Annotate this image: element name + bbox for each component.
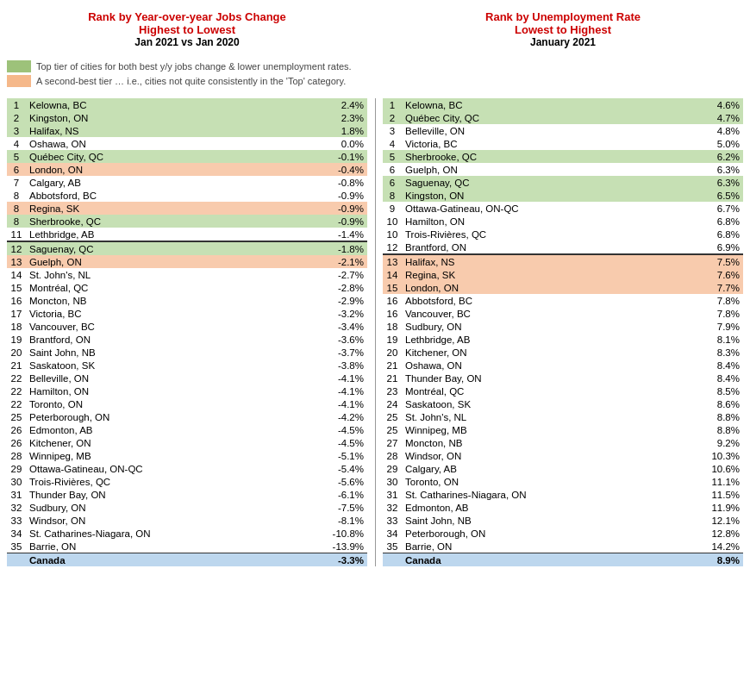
- tables-section: 1Kelowna, BC2.4%2Kingston, ON2.3%3Halifa…: [7, 98, 743, 566]
- value-cell: -3.6%: [322, 333, 367, 346]
- rank-cell: 20: [383, 346, 402, 359]
- city-cell: Winnipeg, MB: [26, 449, 322, 462]
- value-cell: 6.2%: [698, 150, 743, 163]
- rank-cell: 11: [7, 228, 26, 241]
- value-cell: 4.6%: [698, 98, 743, 111]
- rank-cell: 8: [7, 202, 26, 215]
- city-cell: Sudbury, ON: [402, 320, 698, 333]
- table-row: 33Windsor, ON-8.1%: [7, 514, 367, 527]
- table-row: 13Guelph, ON-2.1%: [7, 255, 367, 268]
- table-row: 30Trois-Rivières, QC-5.6%: [7, 475, 367, 488]
- value-cell: 0.0%: [322, 137, 367, 150]
- rank-cell: 21: [383, 359, 402, 372]
- value-cell: 7.8%: [698, 294, 743, 307]
- rank-cell: 2: [7, 111, 26, 124]
- table-row: 6Saguenay, QC6.3%: [383, 176, 743, 189]
- rank-cell: 22: [7, 372, 26, 384]
- rank-cell: 14: [7, 268, 26, 281]
- value-cell: -0.4%: [322, 163, 367, 176]
- value-cell: 2.4%: [322, 98, 367, 111]
- header-section: Rank by Year-over-year Jobs Change Highe…: [7, 7, 743, 52]
- rank-cell: 16: [7, 294, 26, 307]
- table-row: 29Calgary, AB10.6%: [383, 462, 743, 475]
- city-cell: Halifax, NS: [26, 124, 322, 137]
- table-row: 20Saint John, NB-3.7%: [7, 346, 367, 359]
- value-cell: -0.8%: [322, 176, 367, 189]
- left-header: Rank by Year-over-year Jobs Change Highe…: [7, 7, 367, 52]
- table-row: 25Winnipeg, MB8.8%: [383, 423, 743, 436]
- table-row: 15Montréal, QC-2.8%: [7, 281, 367, 294]
- rank-cell: 13: [383, 254, 402, 268]
- rank-cell: 29: [7, 462, 26, 475]
- table-row: 32Edmonton, AB11.9%: [383, 501, 743, 514]
- city-cell: Windsor, ON: [26, 514, 322, 527]
- value-cell: 8.4%: [698, 359, 743, 372]
- table-row: 6London, ON-0.4%: [7, 163, 367, 176]
- value-cell: -7.5%: [322, 501, 367, 514]
- legend-item-green: Top tier of cities for both best y/y job…: [7, 60, 743, 72]
- value-cell: 6.3%: [698, 163, 743, 176]
- value-cell: 8.1%: [698, 333, 743, 346]
- table-row: 15London, ON7.7%: [383, 281, 743, 294]
- city-cell: Edmonton, AB: [402, 501, 698, 514]
- rank-cell: 7: [7, 176, 26, 189]
- value-cell: 8.8%: [698, 423, 743, 436]
- rank-cell: 34: [383, 527, 402, 540]
- value-cell: -2.9%: [322, 294, 367, 307]
- canada-row: Canada8.9%: [383, 553, 743, 567]
- legend-green-text: Top tier of cities for both best y/y job…: [36, 61, 352, 72]
- city-cell: Edmonton, AB: [26, 423, 322, 436]
- city-cell: London, ON: [26, 163, 322, 176]
- value-cell: -4.1%: [322, 384, 367, 397]
- city-cell: Oshawa, ON: [26, 137, 322, 150]
- rank-cell: 19: [383, 333, 402, 346]
- table-divider: [367, 98, 383, 566]
- table-row: 8Abbotsford, BC-0.9%: [7, 189, 367, 202]
- value-cell: -5.6%: [322, 475, 367, 488]
- value-cell: 4.7%: [698, 111, 743, 124]
- city-cell: Saguenay, QC: [402, 176, 698, 189]
- rank-cell: 28: [383, 449, 402, 462]
- value-cell: -2.7%: [322, 268, 367, 281]
- city-cell: Oshawa, ON: [402, 359, 698, 372]
- value-cell: 11.9%: [698, 501, 743, 514]
- table-row: 26Edmonton, AB-4.5%: [7, 423, 367, 436]
- rank-cell: 27: [383, 436, 402, 449]
- table-row: 8Sherbrooke, QC-0.9%: [7, 215, 367, 228]
- divider-line: [375, 98, 376, 566]
- rank-cell: 3: [383, 124, 402, 137]
- table-row: 8Regina, SK-0.9%: [7, 202, 367, 215]
- city-cell: Halifax, NS: [402, 254, 698, 268]
- table-row: 10Hamilton, ON6.8%: [383, 215, 743, 228]
- city-cell: Kelowna, BC: [402, 98, 698, 111]
- table-row: 31St. Catharines-Niagara, ON11.5%: [383, 488, 743, 501]
- value-cell: 7.8%: [698, 307, 743, 320]
- value-cell: 8.4%: [698, 372, 743, 384]
- city-cell: Brantford, ON: [402, 241, 698, 254]
- city-cell: Toronto, ON: [26, 397, 322, 410]
- city-cell: Québec City, QC: [26, 150, 322, 163]
- city-cell: Kitchener, ON: [26, 436, 322, 449]
- city-cell: Brantford, ON: [26, 333, 322, 346]
- value-cell: 7.9%: [698, 320, 743, 333]
- canada-value-cell: 8.9%: [698, 553, 743, 567]
- city-cell: Belleville, ON: [26, 372, 322, 384]
- city-cell: Abbotsford, BC: [26, 189, 322, 202]
- rank-cell: 35: [383, 540, 402, 553]
- value-cell: 14.2%: [698, 540, 743, 553]
- rank-cell: 32: [7, 501, 26, 514]
- table-row: 19Brantford, ON-3.6%: [7, 333, 367, 346]
- city-cell: St. Catharines-Niagara, ON: [402, 488, 698, 501]
- value-cell: -3.8%: [322, 359, 367, 372]
- rank-cell: 9: [383, 202, 402, 215]
- table-row: 3Belleville, ON4.8%: [383, 124, 743, 137]
- city-cell: Calgary, AB: [402, 462, 698, 475]
- canada-row: Canada-3.3%: [7, 553, 367, 567]
- value-cell: 6.8%: [698, 215, 743, 228]
- table-row: 20Kitchener, ON8.3%: [383, 346, 743, 359]
- city-cell: Sherbrooke, QC: [402, 150, 698, 163]
- rank-cell: 10: [383, 215, 402, 228]
- table-row: 22Hamilton, ON-4.1%: [7, 384, 367, 397]
- value-cell: -1.4%: [322, 228, 367, 241]
- value-cell: -3.2%: [322, 307, 367, 320]
